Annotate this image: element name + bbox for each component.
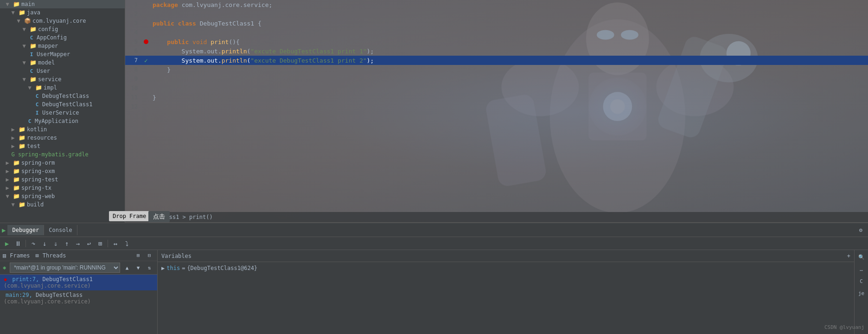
- line-number: 11: [125, 94, 141, 101]
- copy-mini-button[interactable]: C: [856, 276, 867, 286]
- step-out-button[interactable]: ↑: [62, 238, 72, 249]
- sidebar-item-mapper[interactable]: ▼ 📁 mapper: [0, 42, 125, 50]
- drop-frame-button[interactable]: ↩: [84, 238, 94, 249]
- sidebar-item-label: mapper: [38, 43, 58, 49]
- frames-threads-header: ▤ Frames ⊞ Threads ⊞ ⊟: [0, 250, 157, 261]
- frames-threads-panel: ▤ Frames ⊞ Threads ⊞ ⊟ ✱ *main*@1 in gro…: [0, 250, 158, 334]
- sidebar-item-label: User: [37, 68, 50, 74]
- sidebar-item-label: com.lvyuanj.core: [32, 18, 86, 24]
- step-over-button[interactable]: ↷: [28, 238, 38, 249]
- expand-icon: ▶: [4, 159, 11, 167]
- code-line-12: 12: [125, 102, 868, 111]
- frame-item-1[interactable]: main:29, DebugTestClass (com.lvyuanj.cor…: [0, 290, 157, 306]
- sidebar-item-java[interactable]: ▼ 📁 java: [0, 8, 125, 17]
- sidebar-item-spring-tx[interactable]: ▶ 📁 spring-tx: [0, 184, 125, 192]
- frame-item-0[interactable]: ◆ print:7, DebugTestClass1 (com.lvyuanj.…: [0, 275, 157, 290]
- java-file-icon: C: [26, 117, 33, 125]
- sidebar-item-impl[interactable]: ▼ 📁 impl: [0, 84, 125, 92]
- cn-tooltip-text: 点击: [153, 213, 165, 220]
- sidebar-item-gradle[interactable]: G spring-mybatis.gradle: [0, 150, 125, 159]
- java-interface-icon: I: [33, 109, 41, 116]
- frame-method: print:7,: [12, 276, 42, 283]
- frames-label: Frames: [10, 252, 30, 259]
- code-content[interactable]: 1 package com.lvyuanj.core.service; 2 3 …: [125, 0, 868, 212]
- trace-over-button[interactable]: ↔: [110, 238, 121, 249]
- thread-running-icon: ✱: [3, 264, 6, 271]
- step-into-button[interactable]: ↓: [39, 238, 50, 249]
- toolbar-separator: [26, 240, 26, 247]
- resume-button[interactable]: ▶: [2, 238, 12, 249]
- sidebar-item-debugtestclass[interactable]: C DebugTestClass: [0, 92, 125, 100]
- sidebar-item-label: java: [27, 9, 40, 16]
- sidebar-item-label: MyApplication: [35, 118, 78, 124]
- sidebar-item-label: impl: [44, 84, 57, 91]
- line-gutter: [141, 39, 151, 44]
- thread-down-button[interactable]: ▼: [133, 263, 143, 273]
- thread-up-button[interactable]: ▲: [122, 263, 132, 273]
- sidebar-item-config[interactable]: ▼ 📁 config: [0, 25, 125, 33]
- search-mini-button[interactable]: 🔍: [856, 252, 867, 262]
- expand-frames-icon[interactable]: ⊞: [133, 250, 143, 261]
- code-line-2: 2: [125, 9, 868, 19]
- sidebar-item-pkg[interactable]: ▼ 📦 com.lvyuanj.core: [0, 17, 125, 25]
- sidebar-item-label: DebugTestClass1: [42, 101, 92, 108]
- debug-position-indicator: ✓: [144, 57, 148, 64]
- java-file-icon: C: [33, 92, 41, 100]
- force-step-button[interactable]: ⇓: [51, 238, 61, 249]
- sidebar-item-model[interactable]: ▼ 📁 model: [0, 58, 125, 67]
- thread-sort-button[interactable]: ⇅: [144, 263, 154, 273]
- jump-mini-button[interactable]: je: [856, 288, 867, 298]
- sidebar-item-resources[interactable]: ▶ 📁 resources: [0, 134, 125, 142]
- code-line-3: 3 public class DebugTestClass1 {: [125, 19, 868, 28]
- sidebar-item-myapplication[interactable]: C MyApplication: [0, 117, 125, 125]
- tab-debugger[interactable]: Debugger: [7, 225, 44, 235]
- thread-select-dropdown[interactable]: *main*@1 in group 'main': RUNNING: [10, 263, 120, 273]
- debug-toolbar: ▶ ⏸ ↷ ↓ ⇓ ↑ → ↩ ⊞ ↔ ⤵: [0, 237, 868, 250]
- folder-icon: 📁: [18, 126, 26, 133]
- frame-method: main:29,: [6, 292, 36, 298]
- var-expand-icon[interactable]: ▶: [161, 265, 165, 271]
- expand-icon: ▼: [20, 42, 28, 50]
- settings-mini-button[interactable]: …: [856, 264, 867, 274]
- var-eq: =: [182, 265, 185, 271]
- sidebar-item-spring-orm[interactable]: ▶ 📁 spring-orm: [0, 159, 125, 167]
- eval-button[interactable]: ⊞: [95, 238, 105, 249]
- line-number: 2: [125, 11, 141, 17]
- add-variable-icon[interactable]: +: [847, 253, 850, 259]
- sidebar-item-service[interactable]: ▼ 📁 service: [0, 75, 125, 84]
- variable-item-this[interactable]: ▶ this = {DebugTestClass1@624}: [160, 264, 852, 272]
- sidebar-item-userservice[interactable]: I UserService: [0, 109, 125, 117]
- sidebar-item-label: resources: [27, 135, 57, 141]
- sidebar-item-spring-web[interactable]: ▼ 📁 spring-web: [0, 192, 125, 200]
- sidebar-item-debugtestclass1[interactable]: C DebugTestClass1: [0, 100, 125, 109]
- folder-icon: 📁: [13, 184, 20, 192]
- breakpoint-indicator[interactable]: [144, 39, 148, 44]
- line-number: 8: [125, 66, 141, 73]
- sidebar-item-usermapper[interactable]: I UserMapper: [0, 50, 125, 58]
- cn-tooltip: 点击: [148, 211, 170, 222]
- run-cursor-button[interactable]: →: [73, 238, 83, 249]
- sidebar-item-spring-oxm[interactable]: ▶ 📁 spring-oxm: [0, 167, 125, 175]
- sidebar-item-spring-test[interactable]: ▶ 📁 spring-test: [0, 175, 125, 184]
- sidebar-item-label: AppConfig: [37, 34, 67, 41]
- java-file-icon: C: [28, 67, 35, 75]
- expand-icon: ▶: [4, 167, 11, 175]
- sidebar-item-test[interactable]: ▶ 📁 test: [0, 142, 125, 150]
- folder-icon: 📁: [18, 201, 26, 208]
- sidebar-item-user[interactable]: C User: [0, 67, 125, 75]
- collapse-frames-icon[interactable]: ⊟: [144, 250, 154, 261]
- pause-button[interactable]: ⏸: [13, 238, 23, 249]
- code-line-11: 11 }: [125, 93, 868, 102]
- thread-selector-row: ✱ *main*@1 in group 'main': RUNNING ▲ ▼ …: [0, 261, 157, 275]
- trace-into-button[interactable]: ⤵: [121, 238, 132, 249]
- sidebar-item-build[interactable]: ▼ 📁 build: [0, 200, 125, 209]
- sidebar-item-main[interactable]: ▼ 📁 main: [0, 0, 125, 8]
- sidebar-item-label: test: [27, 143, 40, 149]
- sidebar-item-appconfig[interactable]: C AppConfig: [0, 33, 125, 42]
- line-number: 9: [125, 76, 141, 82]
- sidebar-item-label: DebugTestClass: [42, 93, 89, 99]
- folder-icon: 📁: [13, 167, 20, 175]
- settings-button[interactable]: ⚙: [855, 225, 866, 235]
- tab-console[interactable]: Console: [44, 225, 77, 235]
- sidebar-item-kotlin[interactable]: ▶ 📁 kotlin: [0, 125, 125, 134]
